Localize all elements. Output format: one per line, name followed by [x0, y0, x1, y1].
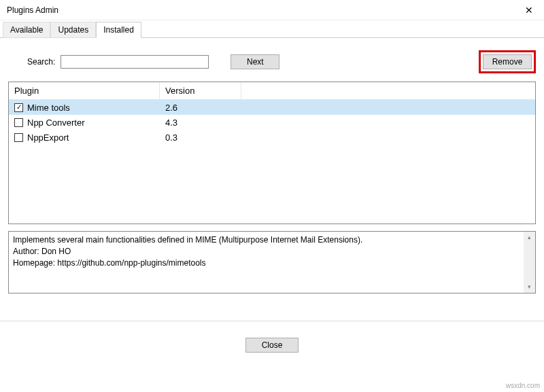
scroll-up-icon[interactable]: ▴ [524, 232, 535, 243]
row-checkbox[interactable]: ✓ [14, 103, 23, 112]
plugin-version: 0.3 [160, 130, 241, 145]
description-line: Implements several main functionalities … [13, 234, 522, 246]
tab-available[interactable]: Available [3, 22, 50, 38]
plugin-version: 2.6 [160, 100, 241, 115]
description-homepage: Homepage: https://github.com/npp-plugins… [13, 257, 522, 269]
titlebar: Plugins Admin ✕ [0, 0, 544, 20]
plugin-version: 4.3 [160, 115, 241, 130]
remove-button[interactable]: Remove [483, 54, 532, 69]
watermark: wsxdn.com [506, 382, 540, 389]
description-box: Implements several main functionalities … [8, 231, 536, 293]
list-header: Plugin Version [9, 82, 535, 100]
remove-highlight: Remove [479, 50, 536, 73]
footer: Close [0, 321, 544, 353]
header-plugin[interactable]: Plugin [9, 82, 160, 100]
close-icon[interactable]: ✕ [513, 0, 544, 20]
scrollbar[interactable]: ▴ ▾ [524, 232, 535, 293]
plugin-list: Plugin Version ✓ Mime tools 2.6 Npp Conv… [8, 82, 536, 224]
scroll-down-icon[interactable]: ▾ [524, 281, 535, 293]
tab-installed[interactable]: Installed [96, 22, 141, 38]
header-blank [241, 82, 535, 100]
description-author: Author: Don HO [13, 246, 522, 257]
window-title: Plugins Admin [7, 5, 58, 15]
toolbar: Search: Next Remove [0, 38, 544, 82]
plugin-name: Npp Converter [27, 118, 85, 128]
row-checkbox[interactable] [14, 133, 23, 142]
plugin-name: NppExport [27, 132, 69, 143]
plugins-admin-window: Plugins Admin ✕ Available Updates Instal… [0, 0, 544, 392]
search-label: Search: [27, 57, 55, 67]
table-row[interactable]: ✓ Mime tools 2.6 [9, 100, 535, 115]
tab-strip: Available Updates Installed [0, 22, 544, 38]
plugin-name: Mime tools [27, 103, 70, 113]
table-row[interactable]: Npp Converter 4.3 [9, 115, 535, 130]
tab-updates[interactable]: Updates [50, 22, 96, 38]
next-button[interactable]: Next [231, 54, 279, 69]
header-version[interactable]: Version [160, 82, 241, 100]
search-input[interactable] [61, 55, 209, 69]
row-checkbox[interactable] [14, 118, 23, 127]
close-button[interactable]: Close [245, 338, 299, 353]
table-row[interactable]: NppExport 0.3 [9, 130, 535, 145]
